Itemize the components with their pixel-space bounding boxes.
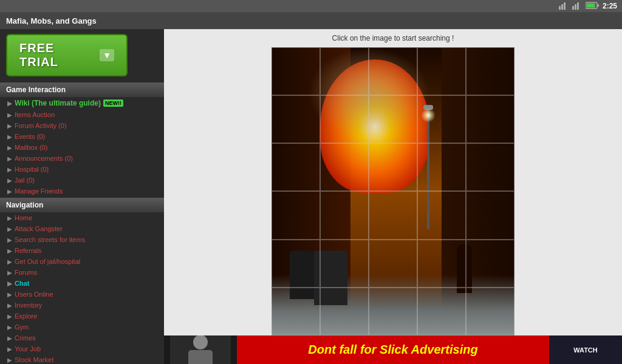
- hospital-label: Hospital (0): [15, 166, 49, 173]
- grid-cell: [417, 95, 466, 143]
- svg-rect-8: [597, 4, 599, 7]
- grid-cell: [417, 143, 466, 191]
- sidebar-item-attack-gangster[interactable]: ▶ Attack Gangster: [0, 223, 164, 234]
- sidebar-item-stock-market[interactable]: ▶ Stock Market: [0, 354, 164, 364]
- grid-cell: [320, 191, 369, 239]
- sidebar-item-chat[interactable]: ▶ Chat: [0, 278, 164, 289]
- arrow-icon: ▶: [7, 155, 12, 162]
- sidebar-item-events[interactable]: ▶ Events (0): [0, 131, 164, 142]
- puzzle-image[interactable]: [272, 47, 514, 335]
- ad-watch-button[interactable]: WATCH: [549, 335, 622, 364]
- sidebar-item-inventory[interactable]: ▶ Inventory: [0, 300, 164, 311]
- sidebar-item-users-online[interactable]: ▶ Users Online: [0, 289, 164, 300]
- explore-label: Explore: [15, 312, 37, 320]
- clock-display: 2:25: [603, 2, 617, 10]
- grid-cell: [466, 95, 514, 143]
- grid-cell: [272, 240, 320, 288]
- home-label: Home: [15, 214, 32, 221]
- sidebar-item-get-out[interactable]: ▶ Get Out of jail/hospital: [0, 256, 164, 267]
- svg-rect-3: [566, 1, 568, 10]
- sidebar-item-mailbox[interactable]: ▶ Mailbox (0): [0, 142, 164, 153]
- sidebar-item-search-streets[interactable]: ▶ Search streets for items: [0, 234, 164, 245]
- gym-label: Gym: [15, 323, 29, 331]
- items-auction-label: Items Auction: [15, 111, 55, 118]
- arrow-icon: ▶: [7, 357, 12, 363]
- jail-label: Jail (0): [15, 177, 35, 184]
- trial-button-label: FREE TRIAL: [19, 41, 95, 69]
- arrow-icon: ▶: [7, 177, 12, 184]
- your-job-label: Your Job: [15, 345, 41, 352]
- arrow-icon: ▶: [7, 188, 12, 195]
- sidebar-item-gym[interactable]: ▶ Gym: [0, 322, 164, 332]
- arrow-icon: ▶: [7, 280, 12, 287]
- sidebar-item-jail[interactable]: ▶ Jail (0): [0, 175, 164, 186]
- arrow-icon: ▶: [7, 100, 12, 107]
- sidebar-item-crimes[interactable]: ▶ Crimes: [0, 332, 164, 343]
- forum-activity-label: Forum Activity (0): [15, 122, 67, 129]
- trial-arrow-icon: ▼: [100, 49, 114, 61]
- sidebar-item-your-job[interactable]: ▶ Your Job: [0, 343, 164, 354]
- svg-point-11: [193, 335, 208, 349]
- arrow-icon: ▶: [7, 302, 12, 309]
- grid-cell: [320, 47, 369, 95]
- attack-gangster-label: Attack Gangster: [15, 225, 63, 232]
- arrow-icon: ▶: [7, 226, 12, 232]
- navigation-header: Navigation: [0, 198, 164, 212]
- grid-cell: [466, 288, 514, 335]
- arrow-icon: ▶: [7, 346, 12, 352]
- battery-icon: [586, 2, 599, 10]
- trial-area: FREE TRIAL ▼: [0, 29, 164, 81]
- grid-cell: [272, 288, 320, 335]
- announcements-label: Announcements (0): [15, 155, 73, 162]
- manage-friends-label: Manage Friends: [15, 187, 63, 195]
- game-interaction-header: Game Interaction: [0, 83, 164, 97]
- crimes-label: Crimes: [15, 334, 36, 342]
- app-title: Mafia, Mobs, and Gangs: [6, 16, 97, 25]
- sidebar-item-referrals[interactable]: ▶ Referrals: [0, 245, 164, 256]
- sidebar-item-manage-friends[interactable]: ▶ Manage Friends: [0, 186, 164, 197]
- ad-main-banner[interactable]: Dont fall for Slick Advertising: [237, 335, 549, 364]
- arrow-icon: ▶: [7, 133, 12, 140]
- grid-overlay: [272, 47, 514, 335]
- stock-market-label: Stock Market: [15, 356, 53, 363]
- sidebar-item-wiki[interactable]: ▶ Wiki (The ultimate guide) NEW!!: [0, 97, 164, 109]
- svg-rect-4: [572, 6, 574, 10]
- sidebar-item-announcements[interactable]: ▶ Announcements (0): [0, 153, 164, 164]
- content-area: Click on the image to start searching !: [164, 29, 622, 364]
- sidebar-item-forums[interactable]: ▶ Forums: [0, 267, 164, 278]
- search-streets-label: Search streets for items: [15, 236, 85, 243]
- grid-cell: [320, 288, 369, 335]
- grid-cell: [272, 191, 320, 239]
- free-trial-button[interactable]: FREE TRIAL ▼: [6, 34, 128, 76]
- wifi-signal-icon: [572, 1, 582, 11]
- svg-rect-6: [577, 2, 579, 10]
- inventory-label: Inventory: [15, 302, 42, 309]
- users-online-label: Users Online: [15, 291, 53, 298]
- puzzle-container[interactable]: [164, 47, 622, 335]
- search-hint-text: Click on the image to start searching !: [164, 29, 622, 47]
- mailbox-label: Mailbox (0): [15, 144, 47, 151]
- arrow-icon: ▶: [7, 215, 12, 221]
- new-badge: NEW!!: [103, 99, 123, 107]
- grid-cell: [466, 191, 514, 239]
- sidebar-item-home[interactable]: ▶ Home: [0, 212, 164, 223]
- grid-cell: [466, 240, 514, 288]
- sidebar-item-items-auction[interactable]: ▶ Items Auction: [0, 109, 164, 120]
- arrow-icon: ▶: [7, 335, 12, 342]
- grid-cell: [369, 240, 417, 288]
- arrow-icon: ▶: [7, 324, 12, 331]
- referrals-label: Referrals: [15, 247, 42, 254]
- svg-rect-2: [564, 2, 566, 10]
- sidebar-item-forum-activity[interactable]: ▶ Forum Activity (0): [0, 120, 164, 131]
- watch-label: WATCH: [573, 346, 598, 354]
- sidebar-item-explore[interactable]: ▶ Explore: [0, 311, 164, 322]
- grid-cell: [369, 95, 417, 143]
- grid-cell: [417, 191, 466, 239]
- events-label: Events (0): [15, 133, 45, 140]
- wiki-label: Wiki (The ultimate guide): [15, 99, 101, 107]
- grid-cell: [369, 288, 417, 335]
- grid-cell: [417, 47, 466, 95]
- title-bar: Mafia, Mobs, and Gangs: [0, 12, 622, 29]
- sidebar-item-hospital[interactable]: ▶ Hospital (0): [0, 164, 164, 175]
- arrow-icon: ▶: [7, 269, 12, 276]
